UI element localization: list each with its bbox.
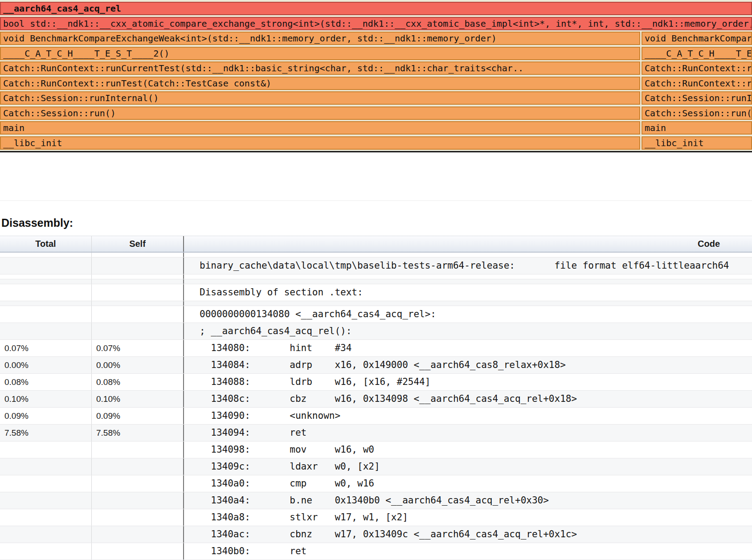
total-cell	[0, 301, 92, 306]
disasm-row	[0, 253, 752, 258]
disasm-row[interactable]: 0.08%0.08% 134088: ldrb w16, [x16, #2544…	[0, 374, 752, 391]
disassembly-table-header: Total Self Code	[0, 236, 752, 253]
disasm-row[interactable]: 13409c: ldaxr w0, [x2]	[0, 458, 752, 475]
flame-node-right[interactable]: Catch::RunContext::runCurrentTest(std::_…	[642, 61, 752, 75]
total-cell	[0, 441, 92, 458]
self-cell	[92, 323, 184, 339]
disassembly-table: Total Self Code binary_cache\data\local\…	[0, 236, 752, 560]
code-cell: 1340a8: stlxr w17, w1, [x2]	[184, 509, 752, 526]
disasm-row[interactable]: 0.10%0.10% 13408c: cbz w16, 0x134098 <__…	[0, 391, 752, 408]
code-cell: 1340ac: cbnz w17, 0x13409c <__aarch64_ca…	[184, 526, 752, 543]
total-cell	[0, 279, 92, 284]
flame-node[interactable]: main	[0, 121, 640, 135]
disasm-row[interactable]: 1340b0: ret	[0, 543, 752, 560]
self-cell	[92, 258, 184, 274]
self-cell	[92, 274, 184, 279]
code-cell	[184, 301, 752, 306]
disasm-row[interactable]: 0000000000134080 <__aarch64_cas4_acq_rel…	[0, 306, 752, 323]
disassembly-heading: Disassembly:	[1, 217, 73, 229]
disasm-row[interactable]: Disassembly of section .text:	[0, 284, 752, 301]
column-header-total: Total	[0, 236, 92, 252]
self-cell	[92, 475, 184, 492]
flame-node[interactable]: ____C_A_T_C_H____T_E_S_T____2()	[0, 47, 640, 60]
total-cell: 0.00%	[0, 357, 92, 373]
code-cell: 134098: mov w16, w0	[184, 441, 752, 458]
flame-node[interactable]: void BenchmarkCompareExchangeWeak<int>(s…	[0, 32, 640, 45]
self-cell	[92, 253, 184, 257]
total-cell: 0.09%	[0, 408, 92, 424]
total-cell	[0, 526, 92, 543]
flame-node-right[interactable]: Catch::Session::run()	[642, 106, 752, 120]
flame-node-right[interactable]: Catch::Session::runInternal()	[642, 91, 752, 105]
flame-node[interactable]: Catch::Session::run()	[0, 106, 640, 120]
total-cell	[0, 258, 92, 274]
flame-node[interactable]: Catch::Session::runInternal()	[0, 91, 640, 105]
self-cell	[92, 284, 184, 301]
disasm-row[interactable]: 1340a4: b.ne 0x1340b0 <__aarch64_cas4_ac…	[0, 492, 752, 509]
disasm-row	[0, 301, 752, 306]
flame-node-right[interactable]: ____C_A_T_C_H____T_E_S_T____2()	[642, 47, 752, 60]
total-cell	[0, 306, 92, 323]
self-cell: 0.10%	[92, 391, 184, 407]
disasm-row[interactable]: 7.58%7.58% 134094: ret	[0, 425, 752, 441]
self-cell: 0.07%	[92, 340, 184, 356]
code-cell: 134084: adrp x16, 0x149000 <__aarch64_ca…	[184, 357, 752, 373]
total-cell	[0, 509, 92, 526]
self-cell	[92, 492, 184, 509]
code-cell: ; __aarch64_cas4_acq_rel():	[184, 323, 752, 339]
total-cell	[0, 323, 92, 339]
self-cell	[92, 543, 184, 560]
flame-node[interactable]: __aarch64_cas4_acq_rel	[0, 2, 752, 15]
total-cell	[0, 492, 92, 509]
total-cell: 0.07%	[0, 340, 92, 356]
code-cell: 134090: <unknown>	[184, 408, 752, 424]
disasm-row[interactable]: 1340a0: cmp w0, w16	[0, 475, 752, 492]
code-cell: 1340a0: cmp w0, w16	[184, 475, 752, 492]
flame-node-right[interactable]: void BenchmarkCompareExchangeWeak<int>(s…	[642, 32, 752, 45]
code-cell	[184, 279, 752, 284]
flame-node-right[interactable]: Catch::RunContext::runTest(Catch::TestCa…	[642, 77, 752, 90]
flame-node-right[interactable]: __libc_init	[642, 136, 752, 150]
self-cell	[92, 509, 184, 526]
code-cell	[184, 274, 752, 279]
disasm-row[interactable]: ; __aarch64_cas4_acq_rel():	[0, 323, 752, 340]
disasm-row	[0, 279, 752, 284]
self-cell	[92, 526, 184, 543]
disasm-row[interactable]: 1340a8: stlxr w17, w1, [x2]	[0, 509, 752, 526]
disasm-row[interactable]: 0.09%0.09% 134090: <unknown>	[0, 408, 752, 425]
self-cell: 7.58%	[92, 425, 184, 441]
flame-node[interactable]: bool std::__ndk1::__cxx_atomic_compare_e…	[0, 17, 752, 30]
flame-node-right[interactable]: main	[642, 121, 752, 135]
code-cell: 0000000000134080 <__aarch64_cas4_acq_rel…	[184, 306, 752, 323]
total-cell: 0.08%	[0, 374, 92, 390]
total-cell	[0, 253, 92, 257]
total-cell	[0, 543, 92, 560]
code-cell: 134080: hint #34	[184, 340, 752, 356]
flame-node[interactable]: Catch::RunContext::runTest(Catch::TestCa…	[0, 77, 640, 90]
code-cell	[184, 253, 752, 257]
total-cell	[0, 274, 92, 279]
column-header-code: Code	[184, 236, 752, 252]
code-cell: 13409c: ldaxr w0, [x2]	[184, 458, 752, 475]
flame-node[interactable]: __libc_init	[0, 136, 640, 150]
flame-node[interactable]: Catch::RunContext::runCurrentTest(std::_…	[0, 61, 640, 75]
total-cell	[0, 475, 92, 492]
disasm-row[interactable]: 0.00%0.00% 134084: adrp x16, 0x149000 <_…	[0, 357, 752, 374]
panel-divider	[0, 200, 752, 201]
total-cell: 0.10%	[0, 391, 92, 407]
code-cell: 13408c: cbz w16, 0x134098 <__aarch64_cas…	[184, 391, 752, 407]
column-header-self: Self	[92, 236, 184, 252]
disasm-row[interactable]: 0.07%0.07% 134080: hint #34	[0, 340, 752, 357]
code-cell: 134088: ldrb w16, [x16, #2544]	[184, 374, 752, 390]
disasm-row[interactable]: binary_cache\data\local\tmp\baselib-test…	[0, 258, 752, 274]
code-cell: 1340a4: b.ne 0x1340b0 <__aarch64_cas4_ac…	[184, 492, 752, 509]
call-stack-flame-graph: __aarch64_cas4_acq_relbool std::__ndk1::…	[0, 0, 752, 152]
self-cell: 0.09%	[92, 408, 184, 424]
self-cell	[92, 279, 184, 284]
self-cell	[92, 306, 184, 323]
disasm-row[interactable]: 1340ac: cbnz w17, 0x13409c <__aarch64_ca…	[0, 526, 752, 543]
self-cell: 0.00%	[92, 357, 184, 373]
total-cell	[0, 458, 92, 475]
code-cell: binary_cache\data\local\tmp\baselib-test…	[184, 258, 752, 274]
disasm-row[interactable]: 134098: mov w16, w0	[0, 441, 752, 458]
